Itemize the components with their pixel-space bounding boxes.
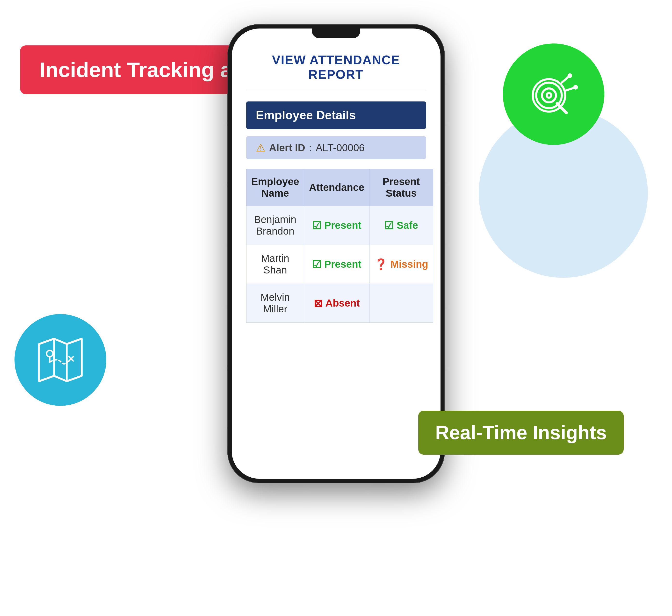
map-icon — [34, 333, 87, 387]
col-present-status: PresentStatus — [369, 169, 433, 206]
cell-present-status: ❓Missing — [369, 245, 433, 284]
question-icon: ❓ — [374, 258, 388, 271]
attendance-present: ☑Present — [309, 219, 365, 232]
check-icon: ☑ — [312, 258, 321, 271]
attendance-label: Absent — [325, 297, 360, 309]
screen-content: VIEW ATTENDANCE REPORT Employee Details … — [232, 29, 441, 479]
attendance-label: Present — [324, 220, 362, 231]
alert-colon: : — [309, 142, 312, 154]
svg-point-8 — [533, 79, 565, 112]
status-missing: ❓Missing — [374, 258, 428, 271]
title-divider — [246, 89, 426, 89]
cell-employee-name: BenjaminBrandon — [246, 206, 304, 245]
insights-label: Real-Time Insights — [418, 411, 624, 455]
phone-device: VIEW ATTENDANCE REPORT Employee Details … — [227, 24, 445, 483]
attendance-present: ☑Present — [309, 258, 365, 271]
map-icon-circle — [14, 314, 106, 406]
svg-point-12 — [47, 350, 53, 357]
employee-details-header: Employee Details — [246, 101, 426, 129]
svg-point-1 — [542, 88, 556, 102]
green-icon-circle — [503, 43, 604, 145]
status-label: Safe — [397, 220, 418, 231]
status-safe: ☑Safe — [374, 219, 428, 232]
table-row: BenjaminBrandon☑Present☑Safe — [246, 206, 433, 245]
svg-point-2 — [547, 93, 551, 98]
table-row: MelvinMiller⊠Absent — [246, 284, 433, 323]
svg-point-4 — [568, 73, 572, 78]
svg-point-6 — [573, 85, 578, 90]
alert-id-value: ALT-00006 — [316, 142, 365, 154]
cell-attendance: ⊠Absent — [304, 284, 369, 323]
attendance-table: EmployeeName Attendance PresentStatus Be… — [246, 169, 433, 323]
attendance-label: Present — [324, 258, 362, 270]
page-title: VIEW ATTENDANCE REPORT — [246, 53, 426, 82]
safe-check-icon: ☑ — [384, 219, 394, 232]
cell-attendance: ☑Present — [304, 245, 369, 284]
cell-employee-name: MelvinMiller — [246, 284, 304, 323]
phone-frame: VIEW ATTENDANCE REPORT Employee Details … — [227, 24, 445, 483]
cell-attendance: ☑Present — [304, 206, 369, 245]
svg-marker-9 — [39, 339, 82, 381]
alert-id-label: Alert ID — [269, 142, 305, 154]
phone-screen: VIEW ATTENDANCE REPORT Employee Details … — [232, 29, 441, 479]
attendance-absent: ⊠Absent — [309, 297, 365, 309]
status-label: Missing — [391, 258, 428, 270]
absent-icon: ⊠ — [313, 297, 322, 309]
col-attendance: Attendance — [304, 169, 369, 206]
cell-employee-name: MartinShan — [246, 245, 304, 284]
phone-notch — [312, 29, 360, 38]
tracking-icon — [525, 65, 583, 123]
table-header-row: EmployeeName Attendance PresentStatus — [246, 169, 433, 206]
table-row: MartinShan☑Present❓Missing — [246, 245, 433, 284]
col-employee-name: EmployeeName — [246, 169, 304, 206]
alert-triangle-icon: ⚠ — [256, 142, 265, 154]
alert-id-row: ⚠ Alert ID : ALT-00006 — [246, 136, 426, 159]
cell-present-status — [369, 284, 433, 323]
check-icon: ☑ — [312, 219, 321, 232]
cell-present-status: ☑Safe — [369, 206, 433, 245]
